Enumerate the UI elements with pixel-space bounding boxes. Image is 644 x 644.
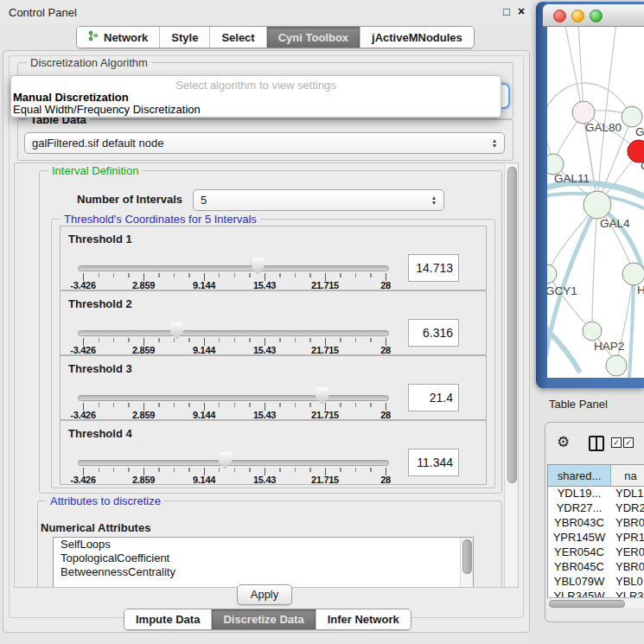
table-header-shared[interactable]: shared... [548,465,611,486]
number-of-intervals-label: Number of Intervals [77,193,182,206]
threshold-value-field[interactable] [408,254,459,282]
table-horizontal-scrollbar[interactable] [547,597,644,608]
scale-label: -3.426 [70,410,95,420]
table-panel-title: Table Panel [549,398,608,411]
node-label: GCY1 [547,284,577,297]
network-canvas[interactable]: GAL80 GA C GAL11 GAL4 GCY1 H HAP2 [547,27,644,378]
threshold-value-field[interactable] [408,319,459,347]
network-node[interactable] [622,263,644,285]
tab-label: Select [221,31,254,44]
spinner-arrows-icon[interactable]: ▴▾ [493,138,496,149]
group-title: Threshold's Coordinates for 5 Intervals [61,213,260,226]
table-cell: YPR145W [548,531,610,545]
network-node[interactable] [583,322,602,341]
node-label: HAP2 [594,340,624,353]
table-cell: YPR1 [610,531,644,545]
network-node[interactable] [583,191,611,219]
settings-scrollpane: Interval Definition Number of Intervals … [14,163,519,588]
node-label: GA [635,125,644,138]
tab-discretize-data[interactable]: Discretize Data [212,609,316,629]
table-cell: YBR045C [548,560,610,575]
tab-network[interactable]: Network [77,27,160,48]
tab-label: Infer Network [328,613,399,626]
threshold-row: Threshold 2 -3.4262.8599.14415.4321.7152… [60,290,487,355]
tab-infer-network[interactable]: Infer Network [316,609,411,629]
tab-jactivemnodules[interactable]: jActiveMNodules [360,27,474,48]
threshold-value-field[interactable] [408,384,459,411]
table-row[interactable]: YDR27...YDR2 [548,501,644,516]
minimize-traffic-light-icon[interactable] [571,10,584,22]
dropdown-option-manual-discretization[interactable]: Manual Discretization [13,91,129,104]
gear-icon[interactable]: ⚙ [557,433,570,450]
table-scrollbar-thumb[interactable] [549,600,625,608]
tab-select[interactable]: Select [210,27,266,48]
tab-impute-data[interactable]: Impute Data [124,609,212,629]
network-node[interactable] [606,355,627,376]
scale-label: 21.715 [311,345,339,355]
scale-label: 9.144 [193,410,215,420]
tab-style[interactable]: Style [160,27,210,48]
checkbox-checked-icon[interactable]: ✓ [623,437,634,448]
table-cell: YDL1 [610,487,644,501]
table-row[interactable]: YBL079WYBL0 [548,575,644,590]
scale-label: 9.144 [193,345,215,355]
zoom-traffic-light-icon[interactable] [590,10,603,22]
attribute-item[interactable]: BetweennessCentrality [54,565,473,579]
table-row[interactable]: YPR145WYPR1 [548,531,644,545]
scale-label: 9.144 [193,475,215,485]
threshold-value-field[interactable] [408,449,459,476]
scale-label: 21.715 [311,475,339,485]
scale-label: 2.859 [132,345,155,355]
settings-scrollbar-thumb[interactable] [507,167,517,483]
table-cell: YDR27... [548,501,610,516]
table-cell: YBR0 [610,560,644,575]
columns-icon[interactable] [589,436,604,451]
spinner-value: 5 [201,194,207,207]
table-row[interactable]: YBR043CYBR0 [548,516,644,531]
close-icon[interactable]: × [518,4,525,18]
float-window-icon[interactable]: □ [503,5,510,18]
scale-label: 2.859 [132,410,155,420]
threshold-row: Threshold 1 -3.4262.8599.14415.4321.7152… [60,226,487,290]
dropdown-option-equal-width[interactable]: Equal Width/Frequency Discretization [13,103,201,116]
close-traffic-light-icon[interactable] [553,10,566,22]
table-data-combobox[interactable]: galFiltered.sif default node ▴▾ [24,132,505,154]
scale-label: 2.859 [132,280,155,290]
list-scrollbar-thumb[interactable] [462,539,472,574]
apply-button[interactable]: Apply [237,584,292,605]
spinner-arrows-icon[interactable]: ▴▾ [432,195,436,206]
control-panel-titlebar: Control Panel □ × [0,0,534,24]
table-row[interactable]: YDL19...YDL1 [548,487,644,501]
table-header-row: shared... na [548,465,644,487]
table-cell: YER0 [610,545,644,560]
tab-label: jActiveMNodules [372,31,462,44]
list-scrollbar[interactable] [460,538,473,588]
attribute-item[interactable]: SelfLoops [54,538,473,552]
table-header-name[interactable]: na [611,465,644,486]
network-window-titlebar [543,4,644,27]
numerical-attributes-list[interactable]: SelfLoopsTopologicalCoefficientBetweenne… [53,537,474,588]
group-title: Attributes to discretize [47,494,164,507]
tab-label: Discretize Data [223,613,303,626]
network-icon [88,30,99,44]
scale-label: -3.426 [70,345,95,355]
network-node[interactable] [547,265,557,284]
scale-label: 28 [380,280,391,290]
tab-label: Impute Data [136,613,200,626]
number-of-intervals-spinner[interactable]: 5 ▴▾ [193,189,444,211]
dropdown-placeholder-item[interactable]: Select algorithm to view settings [11,79,501,92]
tab-cyni-toolbox[interactable]: Cyni Toolbox [267,27,360,48]
table-body: YDL19...YDL1YDR27...YDR2YBR043CYBR0YPR14… [548,487,644,599]
table-row[interactable]: YBR045CYBR0 [548,560,644,575]
table-cell: YER054C [548,545,610,560]
settings-scrollbar[interactable] [504,163,518,587]
node-label: GAL80 [585,121,622,134]
attribute-item[interactable]: TopologicalCoefficient [54,552,473,565]
tab-label: Network [104,31,148,44]
network-node[interactable] [622,106,642,127]
scale-label: 15.43 [253,280,276,290]
control-panel-title: Control Panel [9,6,77,19]
node-label: GAL11 [554,172,590,185]
checkbox-checked-icon[interactable]: ✓ [611,437,622,448]
table-row[interactable]: YER054CYER0 [548,545,644,560]
